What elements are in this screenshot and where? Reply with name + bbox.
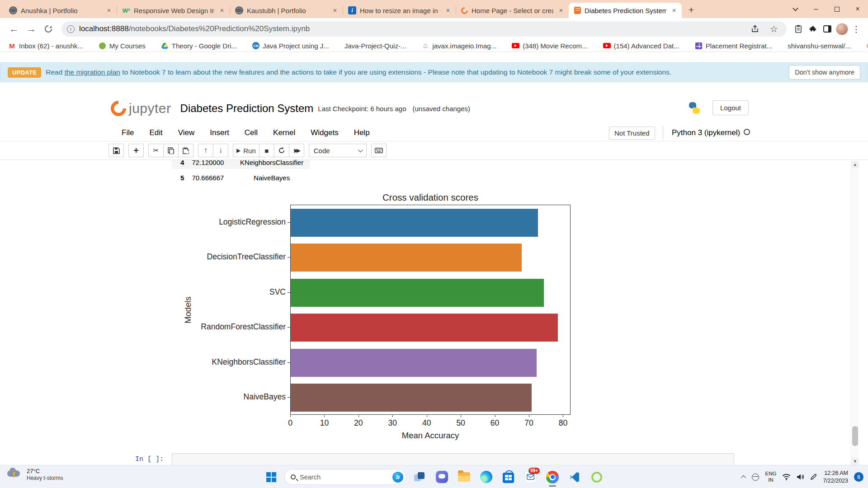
bookmark-item[interactable]: My Courses bbox=[99, 42, 146, 50]
run-button[interactable]: ▶Run bbox=[233, 144, 259, 157]
jupyter-logo-text[interactable]: jupyter bbox=[129, 101, 171, 116]
volume-icon[interactable] bbox=[797, 474, 804, 480]
task-view-button[interactable] bbox=[410, 467, 429, 487]
maximize-button[interactable] bbox=[826, 0, 847, 18]
minimize-button[interactable]: – bbox=[806, 0, 826, 18]
tab-close-icon[interactable]: × bbox=[670, 6, 678, 14]
clock[interactable]: 12:26 AM7/22/2023 bbox=[823, 469, 848, 484]
bookmarks-overflow-icon[interactable]: » bbox=[866, 41, 868, 50]
dont-show-anymore-button[interactable]: Don't show anymore bbox=[789, 65, 860, 80]
save-button[interactable] bbox=[108, 144, 124, 157]
url-text[interactable]: localhost:8888/notebooks/Diabetes%20Pred… bbox=[79, 24, 743, 33]
microsoft-store-button[interactable] bbox=[499, 467, 517, 487]
xtick-mark bbox=[359, 415, 359, 417]
cut-cell-button[interactable]: ✂ bbox=[148, 144, 164, 157]
teams-chat-button[interactable] bbox=[433, 467, 451, 487]
not-trusted-button[interactable]: Not Trusted bbox=[609, 127, 655, 140]
command-palette-button[interactable] bbox=[371, 144, 387, 157]
site-info-icon[interactable]: i bbox=[67, 25, 75, 33]
address-bar[interactable]: i localhost:8888/notebooks/Diabetes%20Pr… bbox=[61, 21, 787, 37]
logout-button[interactable]: Logout bbox=[712, 100, 749, 115]
extensions-puzzle-icon[interactable] bbox=[806, 22, 820, 36]
browser-tab[interactable]: Diabetes Prediction System× bbox=[569, 3, 682, 18]
scroll-down-icon[interactable]: ▼ bbox=[851, 458, 859, 465]
vscode-button[interactable] bbox=[566, 467, 584, 487]
bookmark-item[interactable]: (154) Advanced Dat... bbox=[603, 42, 679, 50]
menu-help[interactable]: Help bbox=[346, 125, 377, 141]
jupyter-logo-icon[interactable] bbox=[108, 98, 129, 119]
scrollbar-thumb[interactable] bbox=[852, 426, 858, 446]
copy-cell-button[interactable] bbox=[163, 144, 179, 157]
cell-type-select[interactable]: Code bbox=[309, 144, 367, 157]
browser-tab[interactable]: W³Responsive Web Design Ima× bbox=[117, 3, 230, 18]
bookmark-item[interactable]: MInbox (62) - anushk... bbox=[8, 42, 83, 50]
tray-globe-icon[interactable] bbox=[752, 474, 759, 481]
back-icon[interactable]: ← bbox=[7, 22, 21, 36]
weather-widget[interactable]: 27°C Heavy t-storms bbox=[6, 468, 63, 481]
row-score: 70.666667 bbox=[192, 174, 238, 182]
browser-tab[interactable]: Anushka | Portfolio× bbox=[4, 3, 117, 18]
menu-widgets[interactable]: Widgets bbox=[303, 125, 346, 141]
bookmark-item[interactable]: shivanshu-semwal/... bbox=[788, 42, 851, 50]
new-tab-button[interactable]: + bbox=[684, 3, 698, 17]
interrupt-kernel-button[interactable]: ■ bbox=[259, 144, 274, 157]
tab-close-icon[interactable]: × bbox=[444, 6, 452, 14]
menu-cell[interactable]: Cell bbox=[237, 125, 265, 141]
browser-tab[interactable]: Home Page - Select or crea× bbox=[456, 3, 569, 18]
bookmark-item[interactable]: CBJava Project using J... bbox=[252, 42, 329, 50]
browser-tab[interactable]: Kaustubh | Portfolio× bbox=[230, 3, 343, 18]
home-icon: ⌂ bbox=[421, 42, 429, 50]
share-icon[interactable] bbox=[748, 22, 762, 36]
migration-plan-link[interactable]: the migration plan bbox=[65, 68, 120, 76]
mail-badge: 99+ bbox=[528, 468, 540, 474]
browser-menu-kebab-icon[interactable]: ⋮ bbox=[849, 22, 863, 36]
reading-list-icon[interactable] bbox=[791, 22, 806, 36]
ytick-label: SVC bbox=[177, 287, 286, 297]
file-explorer-button[interactable] bbox=[455, 467, 473, 487]
menu-edit[interactable]: Edit bbox=[142, 125, 170, 141]
edge-button[interactable] bbox=[477, 467, 495, 487]
menu-view[interactable]: View bbox=[170, 125, 203, 141]
tab-close-icon[interactable]: × bbox=[557, 6, 565, 14]
wifi-icon[interactable] bbox=[782, 474, 791, 480]
tab-close-icon[interactable]: × bbox=[105, 6, 113, 14]
notification-count-badge[interactable]: 6 bbox=[854, 472, 863, 482]
bookmark-item[interactable]: ⌂javax.imageio.Imag... bbox=[421, 42, 496, 50]
tab-close-icon[interactable]: × bbox=[331, 6, 339, 14]
scrollbar[interactable]: ▲ ▼ bbox=[851, 161, 859, 465]
side-panel-icon[interactable] bbox=[820, 22, 835, 36]
restart-run-all-button[interactable]: ▶▶ bbox=[289, 144, 304, 157]
restart-kernel-button[interactable] bbox=[274, 144, 289, 157]
close-button[interactable]: × bbox=[847, 0, 868, 18]
weather-temp: 27°C bbox=[27, 468, 63, 475]
menu-file[interactable]: File bbox=[114, 125, 142, 141]
profile-avatar[interactable] bbox=[835, 22, 849, 36]
bookmark-item[interactable]: Placement Registrat... bbox=[695, 42, 773, 50]
move-cell-up-button[interactable]: ↑ bbox=[198, 144, 213, 157]
pen-icon[interactable] bbox=[810, 474, 817, 480]
forward-icon[interactable]: → bbox=[24, 22, 38, 36]
start-button[interactable] bbox=[262, 467, 280, 487]
language-indicator[interactable]: ENGIN bbox=[765, 471, 776, 483]
bookmark-item[interactable]: Theory - Google Dri... bbox=[161, 42, 237, 50]
kernel-name[interactable]: Python 3 (ipykernel) bbox=[672, 128, 740, 137]
browser-tab[interactable]: iHow to resize an image in H× bbox=[343, 3, 456, 18]
menu-insert[interactable]: Insert bbox=[202, 125, 237, 141]
chrome-button[interactable] bbox=[543, 467, 561, 487]
tab-close-icon[interactable]: × bbox=[218, 6, 226, 14]
paste-cell-button[interactable] bbox=[178, 144, 193, 157]
menu-kernel[interactable]: Kernel bbox=[265, 125, 303, 141]
taskbar-search[interactable]: Search b bbox=[284, 469, 406, 485]
bookmark-item[interactable]: (348) Movie Recom... bbox=[512, 42, 587, 50]
move-cell-down-button[interactable]: ↓ bbox=[213, 144, 228, 157]
bookmark-item[interactable]: Java-Project-Quiz-... bbox=[344, 42, 406, 50]
green-ring-app-button[interactable] bbox=[588, 467, 606, 487]
bookmark-star-icon[interactable]: ☆ bbox=[767, 22, 781, 36]
notebook-title[interactable]: Diabetes Prediction System bbox=[180, 102, 314, 115]
tab-search-chevron-icon[interactable] bbox=[785, 0, 806, 18]
mail-button[interactable]: 99+ bbox=[521, 467, 539, 487]
hidden-icons-chevron-icon[interactable] bbox=[741, 475, 746, 480]
reload-icon[interactable] bbox=[42, 22, 55, 36]
scroll-up-icon[interactable]: ▲ bbox=[851, 161, 859, 168]
add-cell-button[interactable]: + bbox=[128, 144, 144, 157]
